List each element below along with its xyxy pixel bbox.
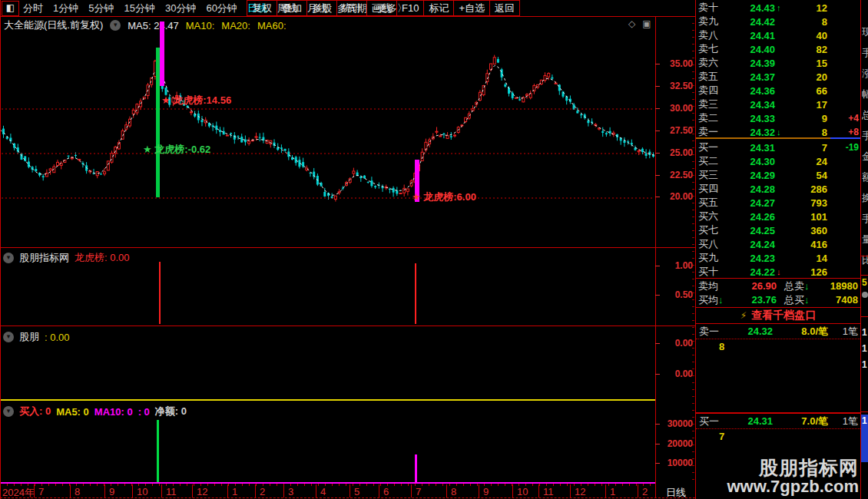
sell-row-卖六[interactable]: 卖六24.3915 [695, 56, 860, 70]
order-price: 24.30 [726, 156, 775, 167]
menu-button-统计[interactable]: 统计 [336, 0, 367, 16]
order-label: 卖四 [695, 84, 726, 97]
total-buy-value: 7408 [820, 294, 860, 306]
month-separator [132, 484, 133, 497]
lhb-annotation: ★ 龙虎榜:-0.62 [143, 143, 210, 157]
month-separator [605, 484, 606, 497]
y-tick-label: 27.50 [656, 125, 693, 136]
month-separator [446, 484, 447, 497]
month-label: 6 [383, 486, 389, 497]
strip-number: 5 [862, 277, 867, 288]
month-separator [283, 484, 284, 497]
strip-sep [861, 411, 868, 412]
month-separator [411, 484, 412, 497]
buy-row-买七[interactable]: 买七24.25360 [695, 223, 860, 237]
sell1-count: 1笔 [828, 325, 860, 339]
tab-5分钟[interactable]: 5分钟 [88, 2, 114, 15]
order-label: 卖十 [695, 1, 726, 15]
window-icon[interactable]: ◧ [2, 1, 19, 16]
buy-row-买四[interactable]: 买四24.28286 [695, 182, 860, 196]
month-separator [350, 484, 350, 497]
order-price: 24.32 [726, 127, 775, 138]
tab-30分钟[interactable]: 30分钟 [165, 2, 196, 15]
candlestick-chart[interactable] [0, 17, 655, 247]
y-tick-label: 30000 [656, 418, 693, 429]
month-label: 9 [109, 486, 114, 497]
menu-button-画线[interactable]: 画线 [366, 0, 397, 16]
order-price: 24.25 [726, 225, 775, 236]
sell-row-卖四[interactable]: 卖四24.3666 [695, 84, 860, 97]
buy-row-买九[interactable]: 买九24.2314 [695, 251, 860, 265]
sell-row-卖十[interactable]: 卖十24.43↑12 [695, 1, 860, 15]
buy-avg-label: 买均↓ [695, 293, 729, 307]
menu-button-叠加[interactable]: 叠加 [277, 0, 307, 16]
strip-sep [861, 316, 868, 317]
month-label: 12 [197, 486, 207, 497]
order-price: 24.28 [726, 183, 775, 195]
order-label: 卖五 [695, 70, 726, 84]
y-tick-dash [655, 86, 660, 87]
sell-row-卖三[interactable]: 卖三24.3417 [695, 97, 860, 111]
strip-number: 1 [862, 415, 867, 426]
buy-avg-value: 23.76 [729, 294, 777, 306]
sell-row-卖二[interactable]: 卖二24.339+4 [695, 111, 860, 125]
order-label: 买八 [695, 237, 726, 251]
order-price: 24.39 [726, 58, 775, 69]
tab-1分钟[interactable]: 1分钟 [53, 2, 78, 15]
tab-分时[interactable]: 分时 [23, 2, 43, 15]
buy-sell-ratio-bar [696, 137, 860, 139]
month-separator [512, 484, 513, 497]
chevron-down-icon[interactable]: ▾ [3, 406, 14, 417]
panel2-divider [0, 326, 695, 326]
level10-link-text: 查看千档盘口 [751, 309, 816, 322]
menu-button-F10[interactable]: F10 [396, 0, 424, 16]
sell-queue-box[interactable]: 卖一 24.32 8.0/笔 1笔 8 [695, 323, 861, 413]
panel1-header: ▾ 股朋指标网 龙虎榜: 0.00 [3, 251, 130, 265]
buy-row-买八[interactable]: 买八24.24416 [695, 237, 860, 251]
tab-15分钟[interactable]: 15分钟 [124, 2, 154, 15]
buy-row-买一[interactable]: 买一24.317-19 [695, 140, 860, 154]
order-volume: 9 [787, 113, 827, 124]
level10-link[interactable]: ⚡ 查看千档盘口 [695, 307, 861, 324]
sell-row-卖五[interactable]: 卖五24.3720 [695, 70, 860, 84]
order-price: 24.42 [726, 16, 775, 28]
sell-row-卖八[interactable]: 卖八24.4140 [695, 28, 860, 42]
sell1-label: 卖一 [696, 325, 724, 339]
chevron-down-icon[interactable]: ▾ [3, 332, 14, 342]
order-price: 24.23 [726, 253, 775, 264]
order-delta: -19 [827, 142, 860, 153]
month-label: 10 [517, 486, 528, 497]
menu-button-返回[interactable]: 返回 [489, 0, 520, 16]
buy-row-买十[interactable]: 买十24.22↓126 [695, 265, 860, 279]
sell-row-卖九[interactable]: 卖九24.428 [695, 15, 860, 28]
menu-button-复权[interactable]: 复权 [247, 0, 277, 16]
buy-queue-header: 买一 24.31 7.0/笔 1笔 [696, 414, 860, 429]
buy-row-买六[interactable]: 买六24.26101 [695, 210, 860, 223]
menu-button-标记[interactable]: 标记 [423, 0, 454, 16]
buy-row-买二[interactable]: 买二24.3024 [695, 154, 860, 168]
buy-row-买三[interactable]: 买三24.2954 [695, 168, 860, 182]
order-label: 买六 [695, 210, 726, 223]
down-arrow-icon: ↓ [718, 294, 724, 306]
order-price: 24.43 [726, 2, 775, 14]
sell-avg-label: 卖均 [695, 279, 729, 293]
lhb-annotation: ★ 龙虎榜:6.00 [412, 190, 476, 204]
menu-button-多股[interactable]: 多股 [306, 0, 337, 16]
y-tick-dash [655, 153, 660, 154]
toolbar-menu: 复权叠加多股统计画线F10标记+自选返回 [247, 0, 520, 16]
order-label: 买五 [695, 196, 726, 210]
month-label: 2 [642, 486, 648, 497]
strip-number: 1 [862, 359, 867, 370]
y-tick-dash [655, 295, 660, 296]
sell-row-卖七[interactable]: 卖七24.4082 [695, 42, 860, 56]
chevron-down-icon[interactable]: ▾ [3, 253, 14, 263]
month-separator [255, 484, 256, 497]
month-label: 2 [260, 486, 265, 497]
order-price: 24.22 [726, 266, 775, 278]
buy-spike [415, 454, 417, 484]
panel3-header-item: : 0 [138, 406, 150, 418]
tab-60分钟[interactable]: 60分钟 [206, 2, 237, 15]
buy-row-买五[interactable]: 买五24.27793 [695, 196, 860, 210]
menu-button-+自选[interactable]: +自选 [453, 0, 490, 16]
month-separator [538, 484, 539, 497]
